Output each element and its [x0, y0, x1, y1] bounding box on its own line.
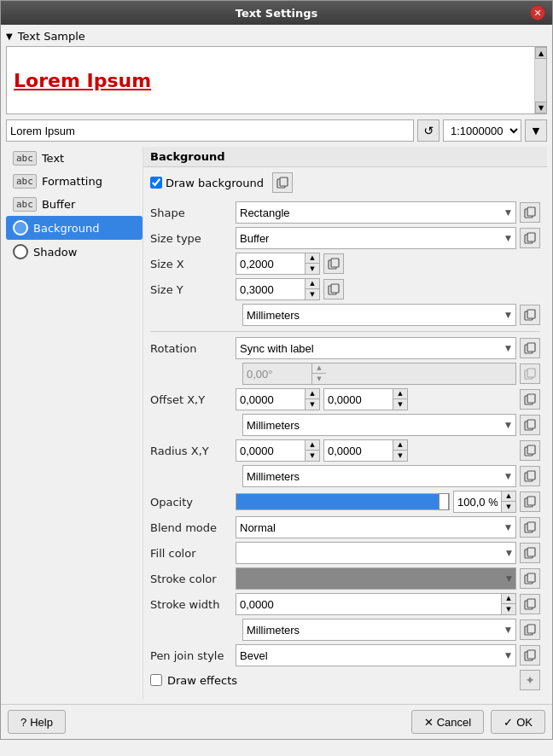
stroke-units-select[interactable]: Millimeters [242, 619, 516, 641]
offset-units-copy-btn[interactable] [520, 415, 540, 435]
size-type-select[interactable]: Buffer [236, 227, 516, 249]
stroke-width-copy-btn[interactable] [520, 594, 540, 614]
cancel-button[interactable]: ✕ Cancel [411, 710, 484, 734]
effects-star-btn[interactable]: ✦ [520, 670, 540, 690]
blend-select[interactable]: Normal [236, 516, 516, 538]
opacity-slider[interactable] [236, 493, 450, 510]
radius-y-input[interactable] [324, 440, 393, 461]
panel-header: Background [143, 147, 547, 167]
scroll-up[interactable]: ▲ [535, 47, 547, 59]
offset-y-up[interactable]: ▲ [393, 389, 407, 399]
size-y-label: Size Y [150, 283, 236, 296]
undo-button[interactable]: ↺ [417, 119, 439, 142]
stroke-width-up[interactable]: ▲ [502, 594, 515, 604]
shape-select[interactable]: Rectangle [236, 201, 516, 224]
copy-icon-r [524, 342, 536, 354]
stroke-width-row: Stroke width ▲ ▼ [150, 593, 540, 615]
stroke-color-btn[interactable]: ▼ [236, 567, 516, 590]
rotation-copy-btn[interactable] [520, 338, 540, 358]
sidebar-item-formatting[interactable]: abc Formatting [6, 170, 143, 193]
opacity-down[interactable]: ▼ [502, 502, 515, 512]
fill-color-btn[interactable]: ▼ [236, 542, 516, 564]
rotation-down: ▼ [312, 374, 326, 384]
ok-icon: ✓ [504, 716, 513, 729]
offset-y-input[interactable] [324, 389, 393, 410]
fill-control: ▼ [236, 542, 540, 564]
draw-background-label: Draw background [166, 177, 264, 189]
size-x-row: Size X ▲ ▼ [150, 253, 540, 275]
offset-x-up[interactable]: ▲ [306, 389, 319, 399]
units-select[interactable]: Millimeters [242, 304, 516, 326]
scale-select[interactable]: 1:1000000 [443, 119, 521, 142]
radius-units-select[interactable]: Millimeters [242, 465, 516, 487]
size-x-spin-btns: ▲ ▼ [305, 253, 319, 274]
units-copy-btn[interactable] [520, 305, 540, 325]
shape-row: Shape Rectangle [150, 201, 540, 224]
svg-rect-17 [527, 394, 535, 403]
size-x-down[interactable]: ▼ [306, 264, 319, 274]
svg-rect-27 [527, 522, 535, 531]
pen-join-copy-btn[interactable] [520, 645, 540, 666]
radius-units-copy-btn[interactable] [520, 466, 540, 486]
radius-units-select-wrapper: Millimeters [242, 465, 516, 487]
opacity-up[interactable]: ▲ [502, 491, 515, 502]
radius-x-spin-btns: ▲ ▼ [305, 440, 319, 461]
ok-button[interactable]: ✓ OK [491, 710, 545, 734]
size-type-copy-btn[interactable] [520, 228, 540, 248]
offset-units-select[interactable]: Millimeters [242, 414, 516, 436]
scale-dropdown[interactable]: ▼ [525, 119, 547, 142]
scroll-down[interactable]: ▼ [535, 102, 547, 113]
radius-row: Radius X,Y ▲ ▼ [150, 439, 540, 462]
opacity-copy-btn[interactable] [520, 491, 540, 512]
sidebar-item-background[interactable]: Background [6, 216, 143, 240]
offset-copy-btn[interactable] [520, 389, 540, 410]
offset-x-input[interactable] [236, 389, 305, 410]
stroke-color-preview [236, 568, 515, 589]
pen-join-select[interactable]: Bevel [236, 644, 516, 666]
size-y-up[interactable]: ▲ [306, 279, 319, 289]
radius-y-up[interactable]: ▲ [393, 440, 407, 451]
radius-x-down[interactable]: ▼ [306, 451, 319, 461]
blend-copy-btn[interactable] [520, 517, 540, 538]
stroke-width-down[interactable]: ▼ [502, 604, 515, 614]
text-sample-header[interactable]: ▼ Text Sample [6, 30, 547, 43]
size-x-up[interactable]: ▲ [306, 253, 319, 264]
sidebar-item-shadow[interactable]: Shadow [6, 240, 143, 264]
shape-select-wrapper: Rectangle [236, 201, 516, 224]
stroke-color-copy-btn[interactable] [520, 568, 540, 589]
radius-x-up[interactable]: ▲ [306, 440, 319, 451]
radius-x-input[interactable] [236, 440, 305, 461]
shape-copy-btn[interactable] [520, 202, 540, 223]
fill-copy-btn[interactable] [520, 543, 540, 563]
draw-background-row: Draw background [150, 172, 540, 193]
sidebar-item-text[interactable]: abc Text [6, 147, 143, 170]
size-x-control: ▲ ▼ [236, 253, 540, 275]
help-button[interactable]: ? Help [8, 710, 66, 734]
stroke-units-copy-btn[interactable] [520, 619, 540, 640]
draw-effects-checkbox[interactable] [150, 674, 162, 686]
draw-bg-copy-btn[interactable] [272, 172, 293, 193]
offset-units-select-wrapper: Millimeters [242, 414, 516, 436]
size-x-input[interactable] [236, 253, 305, 274]
size-y-input[interactable] [236, 279, 305, 299]
offset-y-down[interactable]: ▼ [393, 399, 407, 410]
radius-y-down[interactable]: ▼ [393, 451, 407, 461]
stroke-width-control: ▲ ▼ [236, 593, 540, 615]
draw-background-checkbox[interactable] [150, 177, 162, 189]
radius-copy-btn[interactable] [520, 440, 540, 461]
stroke-width-input[interactable] [236, 594, 501, 614]
size-y-down[interactable]: ▼ [306, 289, 319, 299]
rotation-select[interactable]: Sync with label [236, 337, 516, 359]
copy-icon-ra [524, 445, 536, 457]
text-input[interactable] [6, 119, 414, 142]
sidebar-item-text-label: Text [42, 152, 64, 165]
close-button[interactable]: ✕ [530, 5, 545, 20]
size-y-copy-btn[interactable] [323, 279, 344, 299]
offset-x-down[interactable]: ▼ [306, 399, 319, 410]
opacity-slider-group: ▲ ▼ [236, 491, 516, 513]
toolbar-row: ↺ 1:1000000 ▼ [6, 119, 547, 142]
size-x-copy-btn[interactable] [323, 253, 344, 274]
fill-label: Fill color [150, 547, 236, 560]
opacity-input[interactable] [454, 491, 501, 512]
sidebar-item-buffer[interactable]: abc Buffer [6, 193, 143, 216]
